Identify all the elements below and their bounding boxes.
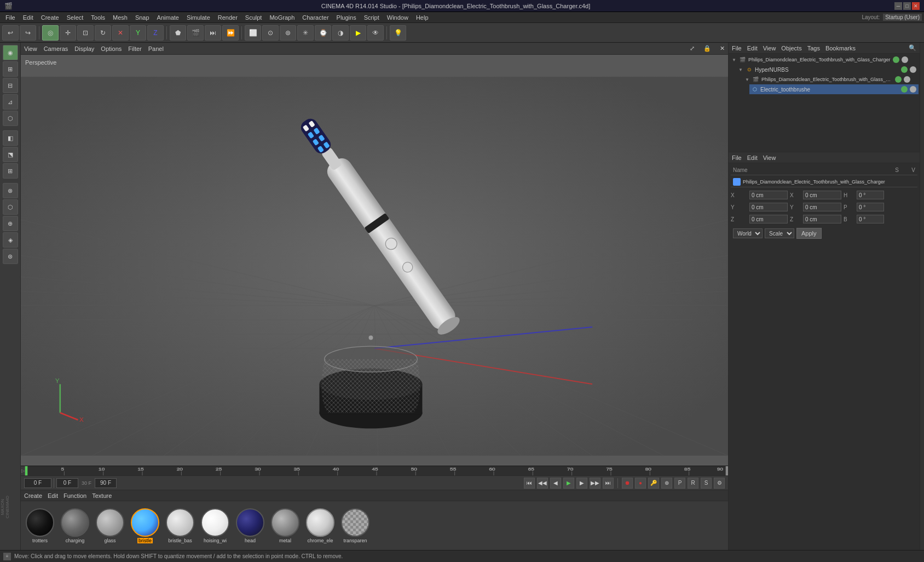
vp-close-btn[interactable]: ✕ — [720, 45, 725, 52]
menu-window[interactable]: Window — [384, 13, 412, 22]
attr-h-rot[interactable] — [857, 191, 884, 199]
attr-menu-view[interactable]: View — [763, 154, 776, 161]
mat-menu-edit[interactable]: Edit — [48, 492, 58, 499]
rot-button[interactable]: R — [688, 478, 698, 489]
vp-menu-panel[interactable]: Panel — [148, 45, 164, 52]
obj-menu-edit[interactable]: Edit — [747, 45, 758, 51]
current-frame-input[interactable] — [24, 478, 51, 488]
obj-menu-view[interactable]: View — [763, 45, 776, 51]
maximize-button[interactable]: □ — [903, 2, 911, 10]
z-axis-button[interactable]: Z — [147, 25, 164, 41]
tool8-button[interactable]: ⊛ — [3, 249, 18, 264]
material-trotters[interactable]: trotters — [24, 508, 56, 543]
motion-button[interactable]: ⊕ — [661, 478, 672, 489]
attr-b-rot[interactable] — [857, 215, 884, 223]
prev-key-button[interactable]: ◀◀ — [537, 478, 548, 489]
object-mode-button[interactable]: ⬟ — [170, 25, 186, 41]
timeline-toggle[interactable]: ▷ — [21, 466, 25, 475]
timeline-track[interactable]: 5 10 15 20 25 30 35 40 45 50 55 60 65 70 — [25, 466, 728, 475]
deformer-button[interactable]: ✳ — [297, 25, 314, 41]
stereo-button[interactable]: 👁 — [367, 25, 384, 41]
vp-lock-btn[interactable]: 🔒 — [703, 45, 711, 52]
viewport[interactable]: View Cameras Display Options Filter Pane… — [21, 43, 728, 466]
obj-menu-bookmarks[interactable]: Bookmarks — [825, 45, 856, 51]
obj-rend2[interactable] — [910, 66, 916, 73]
select-tool-button[interactable]: ◎ — [42, 25, 59, 41]
minimize-button[interactable]: ─ — [894, 2, 902, 10]
attr-p-rot[interactable] — [857, 203, 884, 211]
attr-z-pos[interactable] — [749, 215, 788, 223]
material-glass[interactable]: glass — [94, 508, 126, 543]
camera-button[interactable]: ⌚ — [315, 25, 331, 41]
attr-x-pos[interactable] — [749, 191, 788, 199]
play-button[interactable]: ▶ — [563, 478, 574, 489]
auto-key-button[interactable]: ● — [635, 478, 646, 489]
anim-record-button[interactable]: 🎬 — [187, 25, 204, 41]
cube-button[interactable]: ⬜ — [245, 25, 261, 41]
obj-visibility-green[interactable] — [893, 56, 899, 63]
edge-mode-button[interactable]: ⊿ — [3, 94, 18, 110]
attr-menu-file[interactable]: File — [732, 154, 742, 161]
menu-file[interactable]: File — [2, 13, 19, 22]
coord-mode-dropdown[interactable]: Scale — [765, 228, 794, 238]
undo-button[interactable]: ↩ — [2, 25, 19, 41]
next-frame-button[interactable]: ▶ — [576, 478, 587, 489]
menu-character[interactable]: Character — [299, 13, 332, 22]
menu-animate[interactable]: Animate — [154, 13, 182, 22]
material-hoising[interactable]: hoising_wi — [199, 508, 231, 543]
start-frame-input[interactable] — [56, 478, 78, 488]
go-end-button[interactable]: ⏭ — [603, 478, 614, 489]
tool7-button[interactable]: ◈ — [3, 232, 18, 248]
anim-key-button[interactable]: ⏭ — [205, 25, 221, 41]
right-scrollbar[interactable] — [920, 43, 924, 550]
poly-mode-button[interactable]: ⬡ — [3, 111, 18, 126]
x-axis-button[interactable]: ✕ — [112, 25, 129, 41]
end-frame-input[interactable] — [95, 478, 117, 488]
obj-vis4[interactable] — [901, 86, 908, 93]
obj-row-nested[interactable]: ▼ 🎬 Philips_Diamondclean_Electric_Toothb… — [743, 74, 919, 84]
keyframe-button[interactable]: 🔑 — [648, 478, 659, 489]
material-bristle[interactable]: bristle — [129, 508, 161, 543]
next-key-button[interactable]: ▶▶ — [590, 478, 600, 489]
model-mode-button[interactable]: ◉ — [3, 45, 18, 60]
vp-menu-options[interactable]: Options — [101, 45, 122, 52]
attr-x-size[interactable] — [803, 191, 841, 199]
obj-menu-file[interactable]: File — [732, 45, 742, 51]
obj-vis2[interactable] — [901, 66, 908, 73]
tool3-button[interactable]: ⊞ — [3, 163, 18, 179]
menu-simulate[interactable]: Simulate — [183, 13, 213, 22]
obj-row-root[interactable]: ▼ 🎬 Philips_Diamondclean_Electric_Toothb… — [730, 55, 919, 65]
pos-button[interactable]: P — [674, 478, 685, 489]
obj-rend3[interactable] — [904, 76, 910, 83]
scene-button[interactable]: 💡 — [390, 25, 406, 41]
obj-row-hypernurbs[interactable]: ▼ ⊙ HyperNURBS — [736, 65, 919, 74]
obj-vis3[interactable] — [895, 76, 902, 83]
redo-button[interactable]: ↪ — [20, 25, 36, 41]
mat-menu-texture[interactable]: Texture — [92, 492, 112, 499]
go-start-button[interactable]: ⏮ — [524, 478, 535, 489]
rotate-tool-button[interactable]: ↻ — [95, 25, 111, 41]
texture-mode-button[interactable]: ⊞ — [3, 61, 18, 77]
material-chrome[interactable]: chrome_ele — [304, 508, 336, 543]
apply-button[interactable]: Apply — [796, 228, 822, 239]
nurbs-button[interactable]: ⊙ — [262, 25, 279, 41]
anim-auto-button[interactable]: ⏩ — [222, 25, 239, 41]
material-head[interactable]: head — [234, 508, 266, 543]
point-mode-button[interactable]: ⊟ — [3, 78, 18, 93]
render-button[interactable]: ▶ — [350, 25, 366, 41]
attr-z-size[interactable] — [803, 215, 841, 223]
menu-select[interactable]: Select — [63, 13, 87, 22]
scale-tool-button[interactable]: ⊡ — [77, 25, 94, 41]
layout-selector[interactable]: Startup (User) — [883, 14, 922, 21]
attr-y-size[interactable] — [803, 203, 841, 211]
obj-menu-tags[interactable]: Tags — [807, 45, 820, 51]
mat-menu-function[interactable]: Function — [63, 492, 86, 499]
material-bristle-base[interactable]: bristle_bas — [164, 508, 196, 543]
menu-mesh[interactable]: Mesh — [109, 13, 131, 22]
attr-y-pos[interactable] — [749, 203, 788, 211]
record-button[interactable]: ⏺ — [622, 478, 633, 489]
obj-menu-objects[interactable]: Objects — [781, 45, 801, 51]
move-tool-button[interactable]: ✛ — [60, 25, 76, 41]
coord-space-dropdown[interactable]: World — [733, 228, 763, 238]
tool4-button[interactable]: ⊗ — [3, 183, 18, 198]
